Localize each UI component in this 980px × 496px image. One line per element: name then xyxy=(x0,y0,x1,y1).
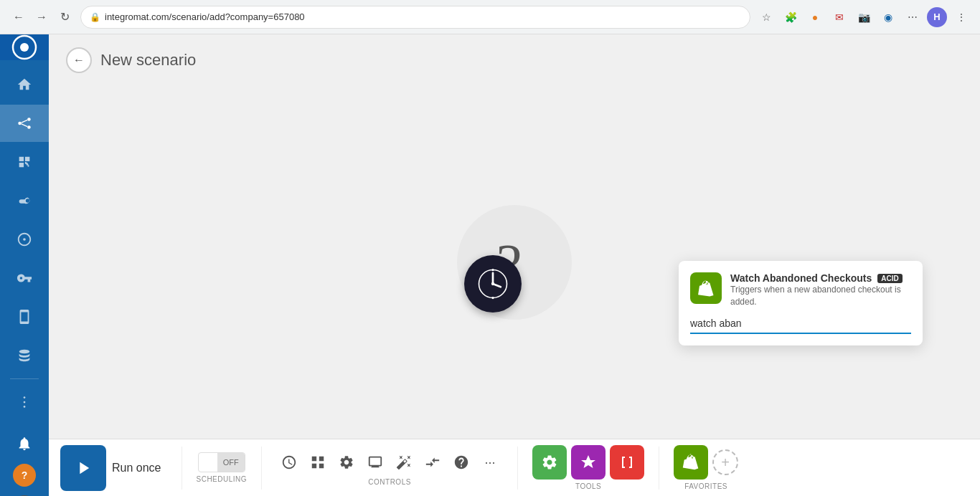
svg-point-2 xyxy=(18,122,22,125)
sidebar-item-more[interactable] xyxy=(0,383,49,421)
bell-icon xyxy=(17,436,32,452)
module-placeholder[interactable]: ? xyxy=(457,205,572,320)
main-content: ← New scenario ? xyxy=(49,34,980,496)
toolbar-divider-3 xyxy=(517,447,518,490)
add-favorite-button[interactable]: + xyxy=(712,449,738,475)
magic-ctrl-button[interactable] xyxy=(391,449,417,475)
sidebar-item-notifications[interactable] xyxy=(0,426,49,461)
back-button[interactable]: ← xyxy=(66,47,92,73)
grid-ctrl-button[interactable] xyxy=(305,449,331,475)
scheduling-toggle[interactable]: OFF xyxy=(198,452,245,472)
more-ext-button[interactable]: ⋯ xyxy=(903,7,923,27)
tooltip-search-input[interactable] xyxy=(690,318,911,329)
integromat-ext-button[interactable]: ● xyxy=(805,7,825,27)
connections-icon xyxy=(17,193,32,209)
keys-icon xyxy=(17,270,32,286)
sidebar-item-help[interactable]: ? xyxy=(13,464,36,487)
plus-icon: + xyxy=(721,454,730,471)
svg-point-7 xyxy=(23,238,26,241)
grid-ctrl-icon xyxy=(310,454,326,470)
tools-icons xyxy=(532,445,644,480)
sidebar-divider xyxy=(10,378,39,379)
svg-point-1 xyxy=(20,43,29,52)
more-ctrl-button[interactable]: ··· xyxy=(477,449,503,475)
browser-actions: ☆ 🧩 ● ✉ 📷 ◉ ⋯ H ⋮ xyxy=(756,7,971,27)
browser-chrome: ← → ↻ 🔒 integromat.com/scenario/add?comp… xyxy=(0,0,980,34)
play-icon xyxy=(73,458,93,478)
flow-ctrl-button[interactable] xyxy=(420,449,446,475)
sidebar: ? xyxy=(0,34,49,496)
sidebar-item-keys[interactable] xyxy=(0,259,49,297)
help-ctrl-button[interactable] xyxy=(448,449,474,475)
toggle-off-button[interactable]: OFF xyxy=(217,453,245,472)
tools-green-button[interactable] xyxy=(532,445,567,480)
more-icon xyxy=(17,394,32,410)
svg-point-17 xyxy=(491,282,494,285)
run-once-label: Run once xyxy=(112,462,161,474)
tools-purple-button[interactable] xyxy=(571,445,606,480)
tooltip-title-area: Watch Abandoned Checkouts ACID Triggers … xyxy=(730,272,911,308)
back-arrow-icon: ← xyxy=(73,54,85,67)
tooltip-search[interactable] xyxy=(690,317,911,334)
browser-nav-buttons: ← → ↻ xyxy=(9,7,75,27)
favorites-shopify-button[interactable] xyxy=(674,445,708,480)
email-ext-button[interactable]: ✉ xyxy=(829,7,849,27)
svg-point-9 xyxy=(24,396,26,399)
tools-section: TOOLS xyxy=(527,445,650,490)
clock-ctrl-button[interactable] xyxy=(276,449,302,475)
address-bar[interactable]: 🔒 integromat.com/scenario/add?company=65… xyxy=(80,6,750,29)
ellipsis-icon: ··· xyxy=(485,455,496,470)
sidebar-logo[interactable] xyxy=(0,34,49,60)
camera-ext-button[interactable]: 📷 xyxy=(854,7,874,27)
profile-button[interactable]: H xyxy=(927,7,947,27)
sidebar-item-scenarios[interactable] xyxy=(0,105,49,142)
canvas-area: ? xyxy=(49,86,980,439)
sidebar-item-devices[interactable] xyxy=(0,298,49,335)
controls-icons: ··· xyxy=(276,449,503,475)
toolbar-divider-1 xyxy=(182,447,182,490)
favorites-shopify-icon xyxy=(680,452,702,473)
svg-point-4 xyxy=(27,125,31,129)
back-nav-button[interactable]: ← xyxy=(9,7,29,27)
url-text: integromat.com/scenario/add?company=6570… xyxy=(105,11,305,22)
app-layout: ? ← New scenario xyxy=(0,34,980,496)
run-once-button[interactable] xyxy=(60,445,106,491)
help-label: ? xyxy=(22,469,28,481)
magic-ctrl-icon xyxy=(396,454,412,470)
svg-line-5 xyxy=(22,120,27,123)
controls-label: CONTROLS xyxy=(368,478,411,486)
home-icon xyxy=(17,77,32,92)
tooltip-header: Watch Abandoned Checkouts ACID Triggers … xyxy=(690,272,911,308)
sidebar-item-home[interactable] xyxy=(0,66,49,103)
tools-red-button[interactable] xyxy=(610,445,644,480)
templates-icon xyxy=(17,154,32,170)
circle-ext-button[interactable]: ◉ xyxy=(878,7,898,27)
clock-icon xyxy=(474,265,512,302)
flow-ctrl-icon xyxy=(425,454,440,470)
reload-button[interactable]: ↻ xyxy=(55,7,75,27)
tools-brackets-icon xyxy=(618,454,636,471)
sidebar-item-profile[interactable] xyxy=(0,490,49,496)
monitor-ctrl-button[interactable] xyxy=(362,449,388,475)
scheduling-label: SCHEDULING xyxy=(197,475,248,483)
sidebar-item-webhooks[interactable] xyxy=(0,221,49,258)
forward-nav-button[interactable]: → xyxy=(32,7,52,27)
menu-button[interactable]: ⋮ xyxy=(951,7,971,27)
settings-ctrl-button[interactable] xyxy=(334,449,359,475)
tooltip-card: Watch Abandoned Checkouts ACID Triggers … xyxy=(679,261,923,345)
sidebar-item-datastores[interactable] xyxy=(0,337,49,374)
tools-gear-icon xyxy=(541,454,558,471)
scenario-header: ← New scenario xyxy=(49,34,980,86)
monitor-ctrl-icon xyxy=(367,454,383,470)
extensions-puzzle-button[interactable]: 🧩 xyxy=(781,7,801,27)
svg-point-10 xyxy=(24,401,26,404)
sidebar-item-templates[interactable] xyxy=(0,143,49,181)
bookmark-button[interactable]: ☆ xyxy=(756,7,776,27)
toolbar-divider-4 xyxy=(659,447,659,490)
scheduling-controls: OFF xyxy=(198,452,245,472)
controls-section: ··· CONTROLS xyxy=(270,449,509,486)
datastores-icon xyxy=(17,348,32,363)
tools-asterisk-icon xyxy=(580,454,597,471)
sidebar-item-connections[interactable] xyxy=(0,182,49,219)
sidebar-bottom: ? xyxy=(0,426,49,496)
